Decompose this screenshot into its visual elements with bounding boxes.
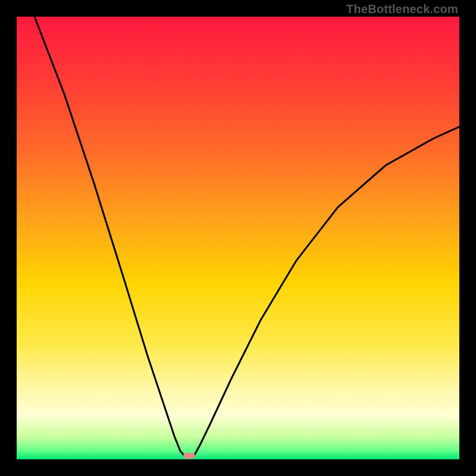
bottleneck-curve bbox=[17, 17, 459, 459]
curve-left-branch bbox=[35, 17, 184, 456]
watermark-label: TheBottleneck.com bbox=[346, 2, 458, 16]
curve-right-branch bbox=[194, 127, 459, 456]
optimum-marker bbox=[183, 453, 195, 459]
plot-area bbox=[17, 17, 459, 459]
chart-frame: TheBottleneck.com bbox=[0, 0, 476, 476]
